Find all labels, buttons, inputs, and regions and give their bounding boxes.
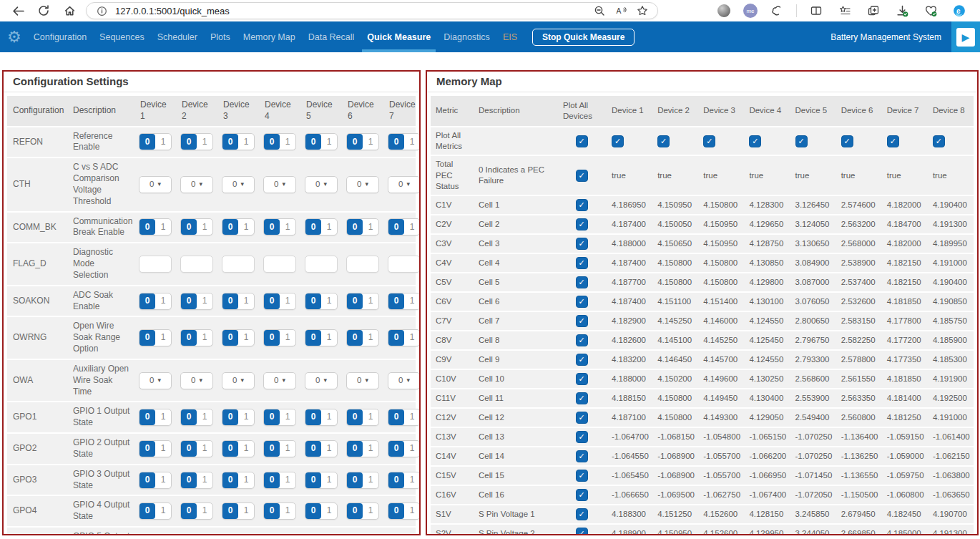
toggle-option-0[interactable]: 0	[264, 134, 280, 150]
toggle-gpo4-device-7[interactable]: 01	[388, 502, 421, 520]
toggle-option-1[interactable]: 1	[197, 503, 212, 519]
toggle-option-1[interactable]: 1	[404, 472, 420, 488]
input-flag-d-device-3[interactable]	[222, 256, 255, 273]
toggle-option-0[interactable]: 0	[388, 472, 404, 488]
toggle-option-0[interactable]: 0	[388, 441, 404, 457]
checkbox-plot-all-c14v[interactable]: ✓	[576, 450, 588, 462]
toggle-option-1[interactable]: 1	[238, 472, 254, 488]
toggle-option-1[interactable]: 1	[197, 409, 212, 425]
toggle-option-1[interactable]: 1	[280, 409, 295, 425]
back-icon[interactable]	[9, 3, 27, 19]
input-flag-d-device-2[interactable]	[180, 256, 213, 273]
select-owa-device-4[interactable]: 0▾	[263, 372, 296, 389]
checkbox-plot-all-c5v[interactable]: ✓	[576, 276, 588, 288]
toggle-gpo4-device-2[interactable]: 01	[180, 502, 213, 520]
select-cth-device-3[interactable]: 0▾	[222, 176, 255, 193]
toggle-option-1[interactable]: 1	[197, 293, 212, 309]
toggle-option-1[interactable]: 1	[197, 472, 212, 488]
toggle-option-0[interactable]: 0	[181, 330, 197, 346]
toggle-option-1[interactable]: 1	[280, 503, 295, 519]
select-cth-device-2[interactable]: 0▾	[180, 176, 213, 193]
toggle-option-1[interactable]: 1	[280, 134, 295, 150]
toggle-option-0[interactable]: 0	[264, 219, 280, 235]
toggle-soakon-device-7[interactable]: 01	[388, 293, 421, 310]
input-flag-d-device-6[interactable]	[346, 256, 379, 273]
refresh-icon[interactable]	[34, 3, 53, 19]
toggle-soakon-device-4[interactable]: 01	[263, 293, 296, 310]
toggle-gpo4-device-1[interactable]: 01	[139, 502, 172, 520]
address-bar[interactable]: 127.0.0.1:5001/quick_meas A	[86, 2, 658, 19]
toggle-gpo1-device-3[interactable]: 01	[222, 409, 255, 426]
toggle-owrng-device-1[interactable]: 01	[139, 329, 172, 346]
checkbox-plot-all-metrics-device-5[interactable]: ✓	[795, 135, 808, 147]
browser-essentials-heart-icon[interactable]	[921, 3, 940, 19]
toggle-option-0[interactable]: 0	[222, 134, 238, 150]
toggle-option-1[interactable]: 1	[363, 134, 378, 150]
toggle-option-1[interactable]: 1	[197, 219, 212, 235]
checkbox-plot-all-metrics-device-3[interactable]: ✓	[703, 135, 715, 147]
toggle-gpo3-device-2[interactable]: 01	[180, 472, 213, 489]
toggle-comm-bk-device-6[interactable]: 01	[346, 218, 379, 235]
toggle-option-1[interactable]: 1	[280, 330, 295, 346]
toggle-option-1[interactable]: 1	[238, 330, 254, 346]
toggle-owrng-device-6[interactable]: 01	[346, 329, 379, 346]
toggle-gpo4-device-3[interactable]: 01	[222, 502, 255, 520]
toggle-option-0[interactable]: 0	[139, 441, 155, 457]
toggle-gpo4-device-4[interactable]: 01	[263, 502, 296, 520]
favorite-star-icon[interactable]	[634, 4, 650, 18]
stop-quick-measure-button[interactable]: Stop Quick Measure	[532, 29, 634, 46]
select-cth-device-7[interactable]: 0▾	[388, 176, 421, 193]
select-owa-device-7[interactable]: 0▾	[388, 372, 421, 389]
nav-item-diagnostics[interactable]: Diagnostics	[437, 21, 496, 52]
select-owa-device-2[interactable]: 0▾	[180, 372, 213, 389]
toggle-option-1[interactable]: 1	[321, 409, 337, 425]
toggle-option-0[interactable]: 0	[181, 409, 197, 425]
toggle-option-0[interactable]: 0	[222, 503, 238, 519]
checkbox-plot-all-plot-all-metrics[interactable]: ✓	[576, 135, 588, 147]
toggle-gpo3-device-1[interactable]: 01	[139, 472, 172, 489]
toggle-option-1[interactable]: 1	[238, 535, 254, 535]
nav-item-sequences[interactable]: Sequences	[93, 21, 151, 52]
toggle-option-1[interactable]: 1	[404, 409, 420, 425]
toggle-refon-device-2[interactable]: 01	[180, 133, 213, 150]
toggle-option-0[interactable]: 0	[222, 409, 238, 425]
checkbox-plot-all-c2v[interactable]: ✓	[576, 218, 588, 230]
toggle-gpo5-device-4[interactable]: 01	[263, 534, 296, 535]
toggle-option-1[interactable]: 1	[238, 441, 254, 457]
toggle-option-0[interactable]: 0	[388, 535, 404, 535]
toggle-owrng-device-2[interactable]: 01	[180, 329, 213, 346]
toggle-owrng-device-3[interactable]: 01	[222, 329, 255, 346]
toggle-option-1[interactable]: 1	[363, 535, 378, 535]
toggle-option-0[interactable]: 0	[347, 503, 363, 519]
toggle-option-1[interactable]: 1	[321, 503, 337, 519]
favorites-bar-icon[interactable]	[836, 3, 854, 19]
toggle-option-0[interactable]: 0	[388, 330, 404, 346]
select-cth-device-4[interactable]: 0▾	[263, 176, 296, 193]
toggle-option-0[interactable]: 0	[388, 503, 404, 519]
input-flag-d-device-1[interactable]	[139, 256, 172, 273]
input-flag-d-device-5[interactable]	[305, 256, 338, 273]
toggle-option-0[interactable]: 0	[305, 441, 321, 457]
toggle-option-0[interactable]: 0	[181, 219, 197, 235]
select-owa-device-1[interactable]: 0▾	[139, 372, 172, 389]
input-flag-d-device-4[interactable]	[263, 256, 296, 273]
toggle-option-0[interactable]: 0	[347, 535, 363, 535]
toggle-option-1[interactable]: 1	[321, 219, 337, 235]
checkbox-plot-all-metrics-device-7[interactable]: ✓	[887, 135, 899, 147]
nav-item-data-recall[interactable]: Data Recall	[302, 21, 361, 52]
downloads-icon[interactable]	[893, 3, 911, 19]
toggle-option-0[interactable]: 0	[139, 219, 155, 235]
toggle-option-1[interactable]: 1	[404, 330, 420, 346]
toggle-refon-device-1[interactable]: 01	[139, 133, 172, 150]
toggle-option-1[interactable]: 1	[363, 472, 378, 488]
toggle-option-1[interactable]: 1	[363, 409, 378, 425]
toggle-option-0[interactable]: 0	[139, 472, 155, 488]
toggle-option-1[interactable]: 1	[363, 293, 378, 309]
toggle-gpo3-device-5[interactable]: 01	[305, 472, 338, 489]
collections-icon[interactable]	[864, 3, 883, 19]
toggle-option-0[interactable]: 0	[305, 472, 321, 488]
toggle-option-0[interactable]: 0	[139, 134, 155, 150]
checkbox-plot-all-c13v[interactable]: ✓	[576, 431, 588, 443]
edge-logo-icon[interactable]: e	[950, 3, 969, 19]
toggle-option-0[interactable]: 0	[264, 409, 280, 425]
